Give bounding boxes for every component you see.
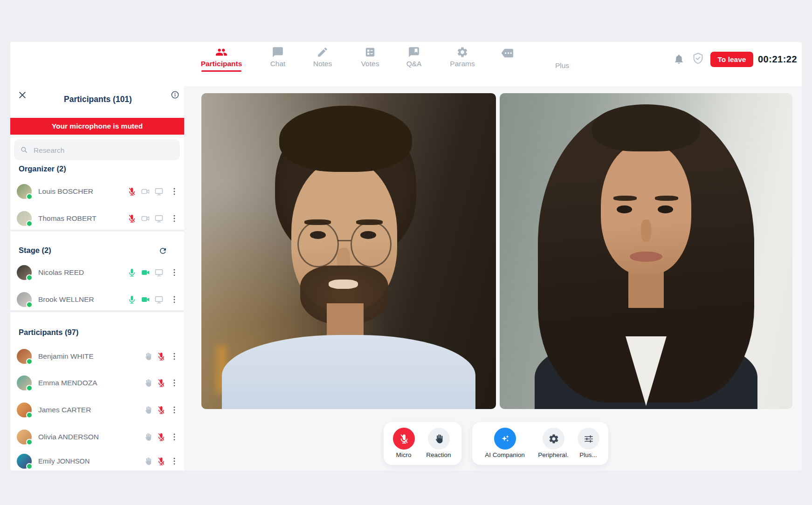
qa-bookmark-icon <box>408 46 420 58</box>
more-options-icon[interactable] <box>170 295 179 304</box>
reaction-button[interactable] <box>428 428 450 450</box>
camera-off-icon[interactable] <box>141 187 150 196</box>
tab-participants[interactable]: Participants <box>196 46 247 68</box>
participant-row: Louis BOSCHER <box>10 178 184 205</box>
online-status-dot <box>26 220 33 227</box>
online-status-dot <box>26 301 33 308</box>
info-icon[interactable] <box>171 90 179 99</box>
tab-qa[interactable]: Q&A <box>388 46 440 68</box>
participant-row: Nicolas REED <box>10 259 184 286</box>
remote-video-woman <box>500 93 792 409</box>
camera-off-icon[interactable] <box>141 214 150 223</box>
avatar <box>17 292 32 307</box>
search-box[interactable] <box>14 139 180 160</box>
avatar <box>17 184 32 199</box>
participant-name: Brook WELLNER <box>38 287 94 313</box>
mic-muted-icon[interactable] <box>157 378 166 388</box>
participant-row: Benjamin WHITE <box>10 343 184 369</box>
mic-muted-icon[interactable] <box>127 214 137 223</box>
shield-check-icon[interactable] <box>692 52 704 65</box>
avatar <box>17 430 32 444</box>
tab-notes[interactable]: Notes <box>297 46 348 68</box>
mic-muted-icon[interactable] <box>157 457 166 466</box>
mic-reaction-group: Micro Reaction <box>384 422 461 465</box>
tab-chat[interactable]: Chat <box>252 46 303 68</box>
more-options-icon[interactable] <box>170 214 179 223</box>
tab-label: Notes <box>297 60 348 68</box>
chat-bubble-icon <box>272 46 284 58</box>
panel-title: Participants (101) <box>42 95 154 104</box>
avatar <box>17 211 32 226</box>
raised-hand-icon <box>434 433 445 444</box>
online-status-dot <box>26 193 33 200</box>
camera-on-icon[interactable] <box>141 268 150 277</box>
refresh-icon[interactable] <box>158 246 167 255</box>
raised-hand-icon[interactable] <box>144 457 153 466</box>
participant-row: Brook WELLNER <box>10 287 184 313</box>
pencil-icon <box>317 46 329 58</box>
camera-on-icon[interactable] <box>141 295 150 304</box>
mic-muted-icon[interactable] <box>157 432 166 442</box>
sparkles-icon <box>500 433 511 444</box>
participant-row: Olivia ANDERSON <box>10 424 184 450</box>
section-divider <box>10 230 184 232</box>
participant-name: Emily JONHSON <box>38 448 89 471</box>
mic-on-icon[interactable] <box>127 268 137 277</box>
peripherals-button[interactable] <box>543 428 564 450</box>
section-title-organizer: Organizer (2) <box>19 164 66 173</box>
screen-share-icon[interactable] <box>154 295 164 304</box>
screen-share-icon[interactable] <box>154 187 164 196</box>
avatar <box>17 454 32 469</box>
raised-hand-icon[interactable] <box>144 352 153 361</box>
bell-icon[interactable] <box>673 53 685 65</box>
section-title-stage: Stage (2) <box>19 246 51 255</box>
mic-muted-icon[interactable] <box>127 187 137 196</box>
gear-icon <box>456 46 468 58</box>
avatar <box>17 265 32 280</box>
raised-hand-icon[interactable] <box>144 378 153 388</box>
more-options-icon[interactable] <box>170 432 179 442</box>
leave-meeting-button[interactable]: To leave <box>710 52 753 67</box>
mic-muted-icon <box>399 433 410 444</box>
raised-hand-icon[interactable] <box>144 405 153 415</box>
online-status-dot <box>26 358 33 365</box>
tools-group: AI Companion Peripheral. Plus... <box>472 422 608 465</box>
person-shirt <box>222 335 475 409</box>
raised-hand-icon[interactable] <box>144 432 153 442</box>
tag-ellipsis-icon <box>500 46 515 61</box>
online-status-dot <box>26 463 33 470</box>
participant-row: Emily JONHSON <box>10 448 184 471</box>
ai-companion-label: AI Companion <box>479 451 530 458</box>
participant-row: James CARTER <box>10 397 184 423</box>
more-options-icon[interactable] <box>170 187 179 196</box>
online-status-dot <box>26 385 33 391</box>
participant-row: Thomas ROBERT <box>10 205 184 232</box>
online-status-dot <box>26 412 33 418</box>
tab-more-tag-icon[interactable] <box>500 46 515 61</box>
mic-muted-icon[interactable] <box>157 405 166 415</box>
more-options-icon[interactable] <box>170 457 179 466</box>
avatar <box>17 403 32 417</box>
tab-params[interactable]: Params <box>437 46 488 68</box>
close-icon[interactable] <box>18 90 27 100</box>
more-options-icon[interactable] <box>170 405 179 415</box>
mic-toggle-button[interactable] <box>393 428 415 450</box>
more-options-icon[interactable] <box>170 268 179 277</box>
app-window: Participants Chat Notes Votes Q&A Params… <box>10 42 802 471</box>
more-tools-button[interactable] <box>578 428 599 450</box>
more-options-icon[interactable] <box>170 352 179 361</box>
screen-share-icon[interactable] <box>154 268 164 277</box>
meeting-app: Participants Chat Notes Votes Q&A Params… <box>0 0 812 505</box>
ai-companion-button[interactable] <box>494 428 516 450</box>
more-options-icon[interactable] <box>170 378 179 388</box>
mic-on-icon[interactable] <box>127 295 137 304</box>
more-tools-label: Plus... <box>563 451 614 458</box>
tab-label: Params <box>437 60 488 68</box>
tab-plus-label[interactable]: Plus <box>544 61 581 70</box>
online-status-dot <box>26 439 33 445</box>
gear-icon <box>548 433 559 444</box>
glasses-left-lens <box>297 221 338 267</box>
screen-share-icon[interactable] <box>154 214 164 223</box>
mic-muted-icon[interactable] <box>157 352 166 361</box>
search-input[interactable] <box>33 139 174 161</box>
